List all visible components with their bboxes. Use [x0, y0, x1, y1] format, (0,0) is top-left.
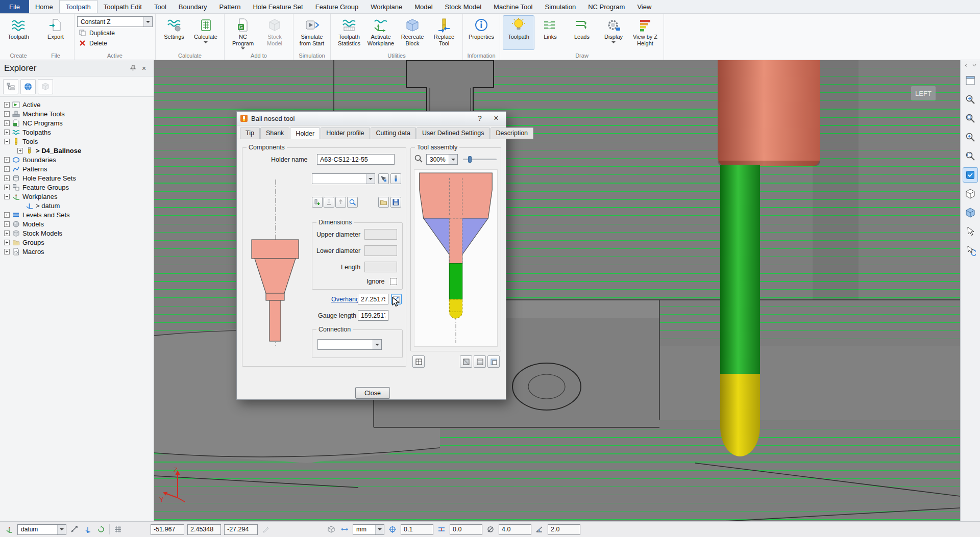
tab-feature-group[interactable]: Feature Group	[309, 0, 365, 13]
zoom-previous-button[interactable]	[963, 92, 978, 107]
tab-toolpath[interactable]: Toolpath	[59, 0, 97, 13]
add-component-button[interactable]	[312, 197, 323, 208]
tip-radius-input[interactable]	[548, 524, 580, 535]
search-holder-database-button[interactable]	[347, 197, 358, 208]
units-combobox[interactable]: mm	[353, 524, 384, 535]
zoom-in-button[interactable]	[963, 130, 978, 145]
toolbar-collapse-icon[interactable]	[964, 61, 976, 69]
tab-view[interactable]: View	[631, 0, 657, 13]
edit-coordinates-icon[interactable]	[261, 524, 271, 534]
combo-arrow-icon[interactable]	[375, 525, 384, 534]
draw-leads-toggle[interactable]: Leads	[566, 15, 598, 50]
close-panel-button[interactable]: ×	[138, 63, 150, 74]
delete-button[interactable]: Delete	[77, 39, 153, 47]
collapse-icon[interactable]	[4, 194, 10, 199]
tree-item-nc-programs[interactable]: NC Programs	[4, 118, 154, 127]
expand-icon[interactable]	[4, 166, 10, 172]
draw-toolpath-toggle[interactable]: Toolpath	[503, 15, 534, 50]
expand-icon[interactable]	[4, 185, 10, 190]
toolpath-statistics-button[interactable]: Toolpath Statistics	[333, 15, 365, 50]
settings-button[interactable]: Settings	[158, 15, 190, 50]
dialog-close-action-button[interactable]: Close	[355, 387, 390, 399]
tree-item-stock-models[interactable]: Stock Models	[4, 228, 154, 238]
overhang-input[interactable]	[358, 294, 388, 304]
ignore-checkbox[interactable]	[390, 278, 397, 285]
expand-icon[interactable]	[4, 130, 10, 135]
rotate-cursor-button[interactable]	[963, 243, 978, 258]
tree-item-feature-groups[interactable]: Feature Groups	[4, 183, 154, 192]
active-strategy-combobox[interactable]: Constant Z	[77, 16, 153, 27]
tree-item-toolpaths[interactable]: Toolpaths	[4, 127, 154, 137]
workplane-edit-icon[interactable]	[69, 524, 80, 534]
overhang-link[interactable]: Overhang	[331, 296, 359, 303]
expand-icon[interactable]	[4, 120, 10, 126]
dialog-close-button[interactable]: ×	[489, 113, 503, 123]
tree-item-hole-feature-sets[interactable]: Hole Feature Sets	[4, 173, 154, 183]
simulate-from-start-button[interactable]: Simulate from Start	[296, 15, 328, 50]
tool-diameter-input[interactable]	[499, 524, 531, 535]
tab-stock-model[interactable]: Stock Model	[439, 0, 488, 13]
tree-item-models[interactable]: Models	[4, 219, 154, 228]
display-button[interactable]: Display	[598, 15, 629, 50]
tree-item-workplanes[interactable]: Workplanes	[4, 192, 154, 201]
save-holder-file-button[interactable]	[390, 197, 401, 208]
expand-icon[interactable]	[4, 102, 10, 108]
length-input[interactable]	[364, 262, 397, 272]
dialog-tab-holder[interactable]: Holder	[290, 127, 320, 139]
toolpath-create-button[interactable]: Toolpath	[3, 15, 34, 50]
recreate-block-button[interactable]: Recreate Block	[397, 15, 428, 50]
component-select-combobox[interactable]	[312, 173, 375, 184]
tree-item-macros[interactable]: Macros	[4, 247, 154, 256]
thickness-input[interactable]	[450, 524, 482, 535]
workplane-position-icon[interactable]	[83, 524, 93, 534]
view-by-z-height-button[interactable]: View by Z Height	[629, 15, 661, 50]
dialog-tab-cutting-data[interactable]: Cutting data	[371, 127, 416, 139]
overhang-measure-button[interactable]	[391, 294, 402, 304]
tab-simulation[interactable]: Simulation	[538, 0, 582, 13]
tree-item-groups[interactable]: Groups	[4, 238, 154, 247]
expand-icon[interactable]	[4, 175, 10, 181]
dialog-tab-shank[interactable]: Shank	[260, 127, 289, 139]
tab-nc-program[interactable]: NC Program	[582, 0, 631, 13]
tab-workplane[interactable]: Workplane	[364, 0, 408, 13]
cursor-y-coordinate[interactable]	[187, 524, 221, 535]
tab-file[interactable]: File	[0, 0, 29, 13]
tab-tool[interactable]: Tool	[148, 0, 173, 13]
expand-icon[interactable]	[4, 249, 10, 254]
workplane-orient-icon[interactable]	[96, 524, 106, 534]
select-component-button[interactable]	[378, 173, 389, 184]
dialog-tab-description[interactable]: Description	[491, 127, 534, 139]
combo-arrow-icon[interactable]	[57, 525, 66, 534]
tab-model[interactable]: Model	[408, 0, 438, 13]
block-icon[interactable]	[326, 524, 336, 534]
dialog-tab-tip[interactable]: Tip	[240, 127, 260, 139]
iso-view-cube-button[interactable]	[963, 186, 978, 201]
resize-view-button[interactable]	[963, 73, 978, 88]
tab-boundary[interactable]: Boundary	[173, 0, 213, 13]
lower-diameter-input[interactable]	[364, 245, 397, 256]
collapse-icon[interactable]	[4, 139, 10, 144]
expand-icon[interactable]	[4, 212, 10, 218]
expand-icon[interactable]	[4, 157, 10, 163]
measure-icon[interactable]	[339, 524, 350, 534]
tree-item-tools[interactable]: Tools	[4, 137, 154, 146]
zoom-to-fit-button[interactable]	[963, 111, 978, 126]
tab-machine-tool[interactable]: Machine Tool	[487, 0, 538, 13]
expand-icon[interactable]	[17, 148, 23, 154]
refresh-view-button[interactable]	[963, 167, 978, 183]
active-workplane-combobox[interactable]: datum	[17, 524, 66, 535]
zoom-window-button[interactable]	[963, 148, 978, 164]
edit-component-button[interactable]	[390, 173, 401, 184]
model-ghost-button[interactable]	[38, 79, 53, 94]
tree-item-datum[interactable]: > datum	[4, 201, 154, 210]
tree-item-levels-and-sets[interactable]: Levels and Sets	[4, 210, 154, 219]
tree-item-d4-ballnose[interactable]: > D4_Ballnose	[4, 146, 154, 155]
component-grid-button[interactable]	[412, 355, 425, 368]
pin-panel-icon[interactable]	[127, 63, 138, 74]
activate-workplane-button[interactable]: Activate Workplane	[365, 15, 397, 50]
calculate-button[interactable]: Calculate	[190, 15, 222, 50]
assembly-zoom-combobox[interactable]: 300%	[426, 154, 458, 165]
tab-home[interactable]: Home	[29, 0, 59, 13]
add-to-nc-program-button[interactable]: G NC Program	[227, 15, 259, 50]
tree-item-machine-tools[interactable]: Machine Tools	[4, 109, 154, 118]
